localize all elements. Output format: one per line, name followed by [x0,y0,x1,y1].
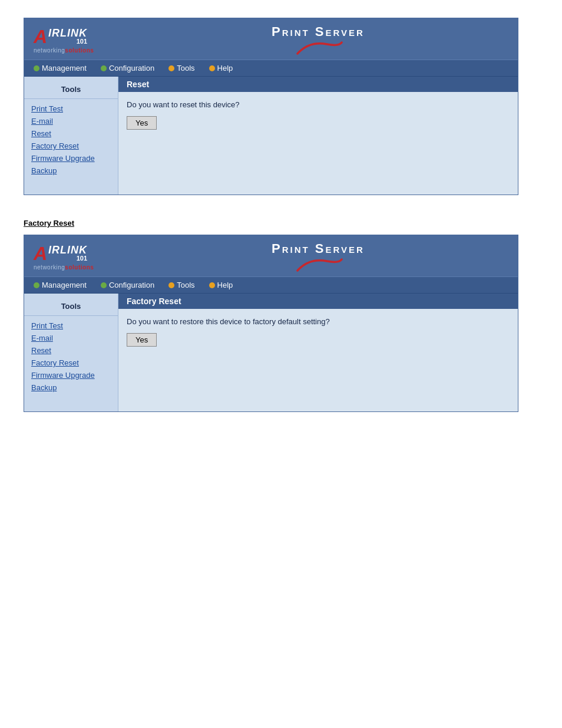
panel-body-1: Tools Print Test E-mail Reset Factory Re… [24,77,518,195]
nav-help-1[interactable]: Help [209,64,233,73]
panel-body-2: Tools Print Test E-mail Reset Factory Re… [24,294,518,411]
main-content-1: Reset Do you want to reset this device? … [118,77,518,195]
panel-header-2: A IRLINK 101 networkingsolutions Print S… [24,235,518,276]
logo-icon-1: A IRLINK 101 [34,27,87,46]
sidebar-2: Tools Print Test E-mail Reset Factory Re… [24,294,118,411]
sidebar-link-factory-reset-1[interactable]: Factory Reset [24,140,118,152]
logo-brand-2: IRLINK 101 [48,245,87,262]
nav-tools-2[interactable]: Tools [168,281,194,289]
swoosh-icon-2 [292,256,345,273]
sidebar-title-1: Tools [24,83,118,99]
logo-101-2: 101 [48,255,87,262]
sidebar-link-firmware-2[interactable]: Firmware Upgrade [24,369,118,381]
sidebar-link-backup-2[interactable]: Backup [24,381,118,394]
logo-irlink-text-1: IRLINK [48,28,87,38]
nav-dot-tools-1 [168,65,174,71]
panel-1: A IRLINK 101 networkingsolutions Print S… [24,18,518,195]
yes-button-2[interactable]: Yes [127,333,157,347]
nav-management-1[interactable]: Management [34,64,87,73]
sidebar-title-2: Tools [24,299,118,316]
logo-subtitle-1: networkingsolutions [34,47,94,54]
content-header-factory-reset-2: Factory Reset [118,294,518,309]
nav-tools-label-1: Tools [177,64,194,73]
factory-reset-section: A IRLINK 101 networkingsolutions Print S… [24,235,538,412]
logo-letter-1: A [34,27,47,46]
content-body-1: Do you want to reset this device? Yes [118,92,518,138]
main-content-2: Factory Reset Do you want to restore thi… [118,294,518,411]
logo-letter-2: A [34,244,47,263]
panel-title-area-1: Print Server [128,24,508,56]
yes-button-1[interactable]: Yes [127,116,157,130]
logo-icon-2: A IRLINK 101 [34,244,87,263]
nav-tools-1[interactable]: Tools [168,64,194,73]
sidebar-link-backup-1[interactable]: Backup [24,164,118,177]
nav-configuration-label-1: Configuration [109,64,154,73]
logo-subtitle-2: networkingsolutions [34,264,94,271]
reset-section: A IRLINK 101 networkingsolutions Print S… [24,18,538,195]
nav-configuration-1[interactable]: Configuration [101,64,154,73]
logo-irlink-text-2: IRLINK [48,245,87,255]
nav-bar-2: Management Configuration Tools Help [24,276,518,294]
nav-dot-tools-2 [168,282,174,288]
nav-management-label-1: Management [42,64,87,73]
sidebar-link-email-2[interactable]: E-mail [24,332,118,344]
sidebar-link-reset-1[interactable]: Reset [24,127,118,140]
sidebar-link-factory-reset-2[interactable]: Factory Reset [24,357,118,369]
swoosh-icon-1 [292,39,345,56]
nav-help-label-2: Help [217,281,233,289]
panel-title-1: Print Server [128,24,508,39]
nav-dot-configuration-1 [101,65,107,71]
nav-configuration-label-2: Configuration [109,281,154,289]
sidebar-link-print-test-2[interactable]: Print Test [24,319,118,332]
nav-configuration-2[interactable]: Configuration [101,281,154,289]
factory-reset-section-label: Factory Reset [24,219,74,228]
panel-title-area-2: Print Server [128,241,508,273]
sidebar-link-print-test-1[interactable]: Print Test [24,103,118,115]
nav-management-label-2: Management [42,281,87,289]
nav-help-label-1: Help [217,64,233,73]
nav-management-2[interactable]: Management [34,281,87,289]
nav-bar-1: Management Configuration Tools Help [24,60,518,77]
nav-dot-management-1 [34,65,39,71]
factory-reset-question-2: Do you want to restore this device to fa… [127,317,510,326]
logo-area-1: A IRLINK 101 networkingsolutions [34,27,128,54]
nav-tools-label-2: Tools [177,281,194,289]
content-header-reset-1: Reset [118,77,518,92]
logo-area-2: A IRLINK 101 networkingsolutions [34,244,128,271]
logo-101-1: 101 [48,38,87,45]
panel-header-1: A IRLINK 101 networkingsolutions Print S… [24,18,518,60]
sidebar-link-firmware-1[interactable]: Firmware Upgrade [24,152,118,164]
nav-dot-management-2 [34,282,39,288]
nav-help-2[interactable]: Help [209,281,233,289]
sidebar-link-reset-2[interactable]: Reset [24,344,118,357]
nav-dot-help-2 [209,282,215,288]
nav-dot-help-1 [209,65,215,71]
reset-question-1: Do you want to reset this device? [127,100,510,109]
logo-brand-1: IRLINK 101 [48,28,87,45]
nav-dot-configuration-2 [101,282,107,288]
sidebar-1: Tools Print Test E-mail Reset Factory Re… [24,77,118,195]
panel-title-2: Print Server [128,241,508,256]
sidebar-link-email-1[interactable]: E-mail [24,115,118,127]
panel-2: A IRLINK 101 networkingsolutions Print S… [24,235,518,412]
content-body-2: Do you want to restore this device to fa… [118,309,518,355]
